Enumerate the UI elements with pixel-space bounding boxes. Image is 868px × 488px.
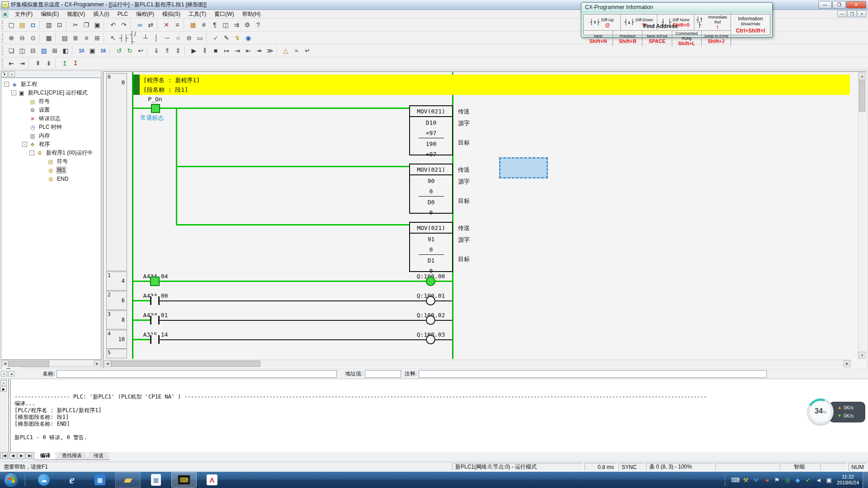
mdi-close-button[interactable]: ×: [857, 10, 867, 17]
tree-item-plc[interactable]: - ▣ 新PLC1[CP1E] 运行模式: [1, 89, 101, 97]
tile-horizontal-icon[interactable]: ◫: [17, 46, 28, 56]
scroll-down-icon[interactable]: ▼: [859, 352, 866, 359]
tree-item-program-symbols[interactable]: ▤ 符号: [1, 157, 101, 166]
grid-icon[interactable]: ▦: [43, 33, 54, 43]
instruction-box-icon[interactable]: ▭: [194, 33, 205, 43]
source-operand[interactable]: D10: [410, 119, 452, 126]
output-coil[interactable]: [426, 335, 435, 344]
contact-icon[interactable]: ┤├: [118, 33, 129, 43]
contact[interactable]: [150, 315, 160, 325]
run-icon[interactable]: ▶: [189, 46, 199, 56]
menu-edit[interactable]: 编辑(E): [37, 9, 63, 19]
tile-vertical-icon[interactable]: ⊟: [28, 46, 38, 56]
toolbox-tray-icon[interactable]: ⚒: [741, 477, 750, 483]
overview-icon[interactable]: ▤: [59, 33, 70, 43]
taskbar-clock[interactable]: 11:22 2018/6/24: [837, 474, 859, 486]
watch-window-icon[interactable]: ◫: [220, 20, 231, 30]
maximize-button[interactable]: ❐: [832, 1, 846, 9]
contact[interactable]: [150, 296, 160, 305]
source-operand[interactable]: 90: [410, 178, 452, 184]
force-on-icon[interactable]: ↥: [59, 58, 70, 69]
step-run-icon[interactable]: ↦: [221, 46, 232, 56]
mdi-minimize-button[interactable]: —: [837, 10, 847, 17]
flag-tray-icon[interactable]: ⚑: [772, 477, 782, 483]
previous-section-icon[interactable]: ⇞: [33, 58, 43, 69]
zoom-100-icon[interactable]: ⊙: [28, 33, 38, 43]
menu-file[interactable]: 文件(F): [11, 9, 37, 19]
scroll-left-icon[interactable]: ◀: [1, 360, 9, 367]
destination-operand[interactable]: 190: [410, 141, 452, 147]
output-window-icon[interactable]: ⊞: [49, 46, 60, 56]
network-tray-icon[interactable]: ▣: [824, 477, 834, 483]
media-player-icon[interactable]: ▦: [87, 472, 113, 488]
jump-prev-icon[interactable]: ↺: [113, 46, 124, 56]
replace-icon[interactable]: ⇄: [145, 20, 156, 30]
tree-close-button[interactable]: ×: [9, 71, 15, 77]
output-nav-button[interactable]: ▶: [0, 386, 7, 392]
comment-field[interactable]: [419, 370, 767, 378]
go-back-icon[interactable]: ↩: [135, 46, 146, 56]
cut-icon[interactable]: ✂: [70, 20, 81, 30]
menu-window[interactable]: 窗口(W): [210, 9, 238, 19]
minimize-button[interactable]: —: [818, 1, 832, 9]
jump-next-icon[interactable]: ↻: [124, 46, 135, 56]
name-field[interactable]: [57, 370, 337, 378]
show-desktop-button[interactable]: [863, 472, 868, 488]
new-file-icon[interactable]: ▢: [6, 20, 17, 30]
tree-expander[interactable]: -: [4, 82, 9, 87]
break-icon[interactable]: ↵: [302, 46, 313, 56]
closed-contact-icon[interactable]: ┤/├: [129, 33, 140, 43]
online-edit-icon[interactable]: ✎: [221, 33, 232, 43]
properties-icon[interactable]: ≡: [172, 20, 183, 30]
tree-item-plc-clock[interactable]: ◷ PLC 时钟: [1, 123, 101, 131]
toolbar-grip[interactable]: [2, 20, 4, 29]
or-contact-icon[interactable]: ┴: [140, 33, 151, 43]
output-tab[interactable]: 传送: [88, 452, 109, 460]
ie-icon[interactable]: e: [59, 472, 85, 488]
tree-item-end[interactable]: ◍ END: [1, 174, 101, 183]
ladder-vertical-scrollbar[interactable]: ▲ ▼: [858, 72, 865, 359]
options-icon[interactable]: ⚙: [242, 20, 253, 30]
volume-tray-icon[interactable]: ◄: [814, 477, 823, 483]
paste-icon[interactable]: ▣: [92, 20, 103, 30]
help-icon[interactable]: ?: [253, 20, 264, 30]
menu-program[interactable]: 编程(P): [132, 9, 158, 19]
muted-speaker-tray-icon[interactable]: ◄: [762, 477, 771, 483]
stop-icon[interactable]: ■: [210, 46, 221, 56]
destination-operand[interactable]: D0: [410, 199, 452, 206]
transfer-to-plc-icon[interactable]: ⇓: [151, 46, 162, 56]
rung-comment-icon[interactable]: ¶: [209, 20, 220, 30]
first-tab-button[interactable]: |◀: [0, 452, 8, 459]
search-icon[interactable]: ∞: [134, 20, 145, 30]
mov-instruction[interactable]: MOV(021) 91 0 D1 0 传送 源字 目标: [409, 222, 558, 272]
source-operand[interactable]: 91: [410, 236, 452, 243]
tree-dropdown-button[interactable]: ▾: [1, 71, 8, 77]
adobe-reader-icon[interactable]: Λ: [199, 472, 225, 488]
program-check-icon[interactable]: ✓: [210, 33, 221, 43]
step-out-icon[interactable]: ⇤: [243, 46, 254, 56]
select-tool-icon[interactable]: ↖: [108, 33, 118, 43]
closed-coil-icon[interactable]: ⊘: [184, 33, 194, 43]
cascade-windows-icon[interactable]: ❏: [6, 46, 17, 56]
io-comment-icon[interactable]: #: [198, 20, 209, 30]
compare-with-plc-icon[interactable]: ⇕: [173, 46, 184, 56]
menu-help[interactable]: 帮助(H): [238, 9, 265, 19]
last-tab-button[interactable]: ▶|: [26, 452, 34, 459]
tree-horizontal-scrollbar[interactable]: ◀ ▶: [1, 360, 101, 366]
workspace-icon[interactable]: ▧: [38, 46, 49, 56]
save-icon[interactable]: ◘: [28, 20, 38, 30]
step-into-icon[interactable]: ⇥: [232, 46, 243, 56]
tree-expander[interactable]: -: [22, 142, 27, 147]
work-online-icon[interactable]: ↯: [232, 33, 243, 43]
next-tab-button[interactable]: ▶: [18, 452, 25, 459]
force-off-icon[interactable]: ↧: [70, 58, 81, 69]
open-icon[interactable]: ▤: [17, 20, 28, 30]
scroll-right-icon[interactable]: ▶: [844, 360, 851, 367]
tree-item-section1[interactable]: ◍ 段1: [1, 166, 101, 174]
rung-shift-right-icon[interactable]: ⇥: [17, 58, 28, 69]
decimal-icon[interactable]: 10: [76, 46, 87, 56]
scroll-right-icon[interactable]: ▶: [94, 360, 101, 367]
contact[interactable]: [150, 277, 160, 286]
prev-tab-button[interactable]: ◀: [9, 452, 17, 459]
usb-tray-icon[interactable]: Ψ: [751, 477, 761, 483]
